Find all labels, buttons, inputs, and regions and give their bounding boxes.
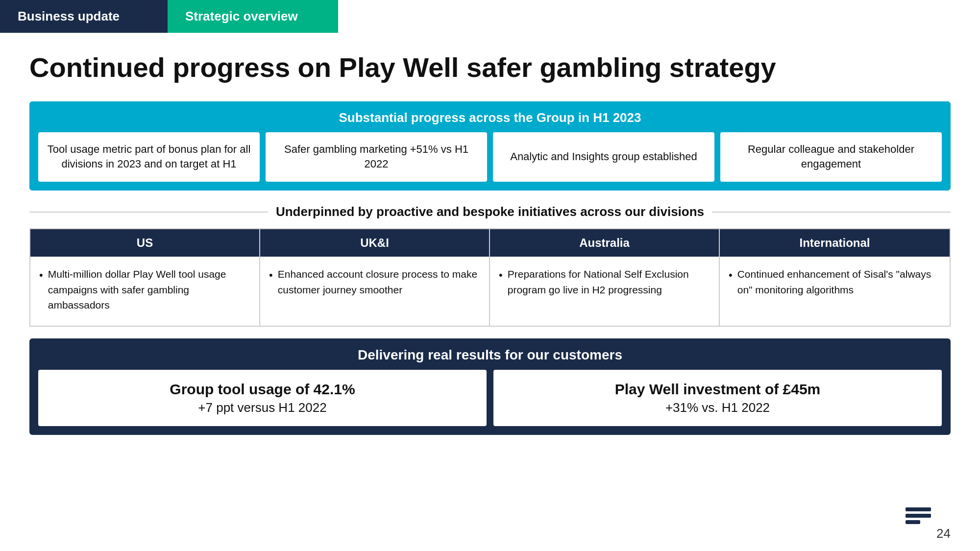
list-item: Continued enhancement of Sisal's "always… [729, 266, 941, 297]
progress-box: Substantial progress across the Group in… [29, 101, 951, 191]
division-content-international: Continued enhancement of Sisal's "always… [720, 257, 950, 326]
nav-business-update[interactable]: Business update [0, 0, 168, 33]
progress-card-2: Analytic and Insights group established [493, 132, 714, 182]
delivering-card-main-1: Play Well investment of £45m [502, 381, 933, 398]
logo-bar-3 [906, 520, 920, 524]
division-header-international: International [720, 229, 950, 257]
underpinned-line-right [712, 212, 951, 213]
divisions-grid: US Multi-million dollar Play Well tool u… [29, 228, 951, 327]
division-content-us: Multi-million dollar Play Well tool usag… [30, 257, 259, 326]
list-item: Preparations for National Self Exclusion… [499, 266, 710, 297]
delivering-title: Delivering real results for our customer… [38, 347, 942, 363]
nav-strategic-overview[interactable]: Strategic overview [168, 0, 338, 33]
delivering-card-sub-1: +31% vs. H1 2022 [502, 400, 933, 415]
logo-bar-2 [906, 514, 931, 518]
division-international: International Continued enhancement of S… [720, 229, 950, 326]
list-item: Enhanced account closure process to make… [269, 266, 480, 297]
division-uki: UK&I Enhanced account closure process to… [260, 229, 490, 326]
division-us: US Multi-million dollar Play Well tool u… [30, 229, 260, 326]
delivering-box: Delivering real results for our customer… [29, 338, 951, 435]
division-header-australia: Australia [490, 229, 719, 257]
delivering-card-main-0: Group tool usage of 42.1% [47, 381, 478, 398]
progress-cards: Tool usage metric part of bonus plan for… [38, 132, 942, 182]
division-australia: Australia Preparations for National Self… [490, 229, 720, 326]
list-item: Multi-million dollar Play Well tool usag… [39, 266, 250, 313]
division-header-us: US [30, 229, 259, 257]
logo-icon [906, 507, 931, 524]
delivering-cards: Group tool usage of 42.1% +7 ppt versus … [38, 370, 942, 426]
underpinned-line-left [29, 212, 268, 213]
underpinned-header: Underpinned by proactive and bespoke ini… [29, 204, 951, 219]
page-title: Continued progress on Play Well safer ga… [29, 52, 951, 83]
progress-card-1: Safer gambling marketing +51% vs H1 2022 [266, 132, 487, 182]
progress-card-3: Regular colleague and stakeholder engage… [720, 132, 942, 182]
page-number: 24 [936, 526, 951, 541]
delivering-card-sub-0: +7 ppt versus H1 2022 [47, 400, 478, 415]
delivering-card-0: Group tool usage of 42.1% +7 ppt versus … [38, 370, 487, 426]
underpinned-section: Underpinned by proactive and bespoke ini… [29, 204, 951, 327]
division-header-uki: UK&I [260, 229, 489, 257]
main-content: Continued progress on Play Well safer ga… [0, 33, 980, 551]
division-content-australia: Preparations for National Self Exclusion… [490, 257, 719, 326]
underpinned-title: Underpinned by proactive and bespoke ini… [276, 204, 704, 219]
progress-card-0: Tool usage metric part of bonus plan for… [38, 132, 260, 182]
logo-bar-1 [906, 507, 931, 511]
division-content-uki: Enhanced account closure process to make… [260, 257, 489, 326]
top-navigation: Business update Strategic overview [0, 0, 980, 33]
progress-box-title: Substantial progress across the Group in… [38, 110, 942, 125]
delivering-card-1: Play Well investment of £45m +31% vs. H1… [493, 370, 942, 426]
